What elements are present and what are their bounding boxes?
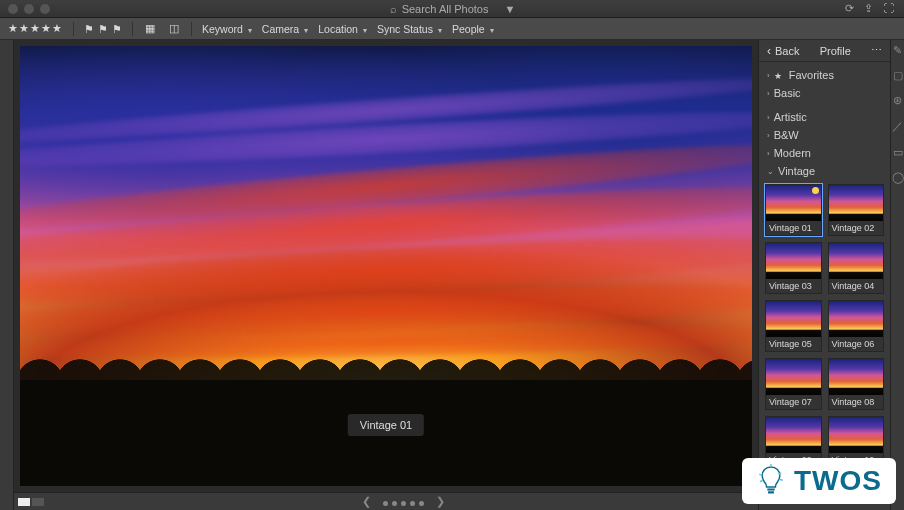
- preset-thumb[interactable]: Vintage 01: [765, 184, 822, 236]
- left-sidebar-collapsed[interactable]: [0, 40, 14, 510]
- filmstrip-dots: [381, 496, 426, 508]
- section-basic[interactable]: ›Basic: [765, 84, 884, 102]
- people-filter[interactable]: People: [452, 23, 494, 35]
- preset-label: Vintage 04: [829, 279, 884, 293]
- preset-thumb[interactable]: Vintage 06: [828, 300, 885, 352]
- preset-thumbnail-image: [766, 359, 821, 395]
- flag-reject-icon[interactable]: [112, 23, 122, 35]
- preset-thumbnail-image: [829, 417, 884, 453]
- preset-grid: Vintage 01Vintage 02Vintage 03Vintage 04…: [765, 184, 884, 468]
- heal-icon[interactable]: ⊛: [893, 94, 902, 107]
- section-modern[interactable]: ›Modern: [765, 144, 884, 162]
- view-compare-icon[interactable]: [167, 23, 181, 35]
- global-search[interactable]: Search All Photos: [380, 2, 499, 16]
- chevron-down-icon: [488, 23, 494, 35]
- image-viewer-column: Vintage 01 ❮ ❯: [14, 40, 758, 510]
- preset-label: Vintage 05: [766, 337, 821, 351]
- location-filter[interactable]: Location: [318, 23, 367, 35]
- crop-icon[interactable]: ▢: [893, 69, 903, 82]
- camera-filter[interactable]: Camera: [262, 23, 308, 35]
- current-preset-badge: Vintage 01: [348, 414, 424, 436]
- preset-thumb[interactable]: Vintage 08: [828, 358, 885, 410]
- flag-filter[interactable]: [84, 23, 122, 35]
- back-button[interactable]: Back: [767, 44, 799, 58]
- panel-body: ›Favorites ›Basic ›Artistic ›B&W ›Modern…: [759, 62, 890, 510]
- divider: [132, 22, 133, 36]
- flag-unflag-icon[interactable]: [98, 23, 108, 35]
- preset-label: Vintage 08: [829, 395, 884, 409]
- filmstrip-controls[interactable]: ❮ ❯: [48, 493, 758, 510]
- rating-filter[interactable]: ★★★★★: [8, 22, 63, 35]
- preset-thumbnail-image: [766, 243, 821, 279]
- chevron-down-icon: [436, 23, 442, 35]
- preset-label: Vintage 02: [829, 221, 884, 235]
- divider: [191, 22, 192, 36]
- preset-thumbnail-image: [766, 301, 821, 337]
- preset-thumbnail-image: [766, 417, 821, 453]
- next-icon[interactable]: ❯: [436, 495, 445, 508]
- preset-label: Vintage 07: [766, 395, 821, 409]
- chevron-down-icon: [302, 23, 308, 35]
- chevron-down-icon: [246, 23, 252, 35]
- preset-thumbnail-image: [829, 243, 884, 279]
- fullscreen-icon[interactable]: ⛶: [883, 2, 894, 15]
- preset-label: Vintage 06: [829, 337, 884, 351]
- window-controls[interactable]: [8, 4, 50, 14]
- preset-thumb[interactable]: Vintage 02: [828, 184, 885, 236]
- minimize-window-icon[interactable]: [24, 4, 34, 14]
- view-toggle[interactable]: [14, 493, 48, 510]
- preset-thumb[interactable]: Vintage 04: [828, 242, 885, 294]
- section-bw[interactable]: ›B&W: [765, 126, 884, 144]
- profile-panel: Back Profile ›Favorites ›Basic ›Artistic…: [758, 40, 890, 510]
- preset-label: Vintage 01: [766, 221, 821, 235]
- lightbulb-icon: [756, 464, 786, 498]
- star-icon: [774, 69, 785, 81]
- linear-gradient-icon[interactable]: ▭: [893, 146, 903, 159]
- panel-header: Back Profile: [759, 40, 890, 62]
- watermark-overlay: TWOS: [742, 458, 896, 504]
- filter-funnel-icon[interactable]: ▼: [504, 3, 515, 15]
- share-icon[interactable]: ⇪: [864, 2, 873, 15]
- chevron-down-icon: [361, 23, 367, 35]
- edit-sliders-icon[interactable]: ✎: [893, 44, 902, 57]
- preset-thumb[interactable]: Vintage 03: [765, 242, 822, 294]
- brush-icon[interactable]: ／: [892, 119, 903, 134]
- search-placeholder: Search All Photos: [402, 3, 489, 15]
- cloud-sync-icon[interactable]: ⟳: [845, 2, 854, 15]
- panel-menu-icon[interactable]: [871, 44, 882, 57]
- keyword-filter[interactable]: Keyword: [202, 23, 252, 35]
- preset-thumbnail-image: [829, 359, 884, 395]
- panel-title: Profile: [820, 45, 851, 57]
- search-icon: [390, 3, 397, 15]
- preset-thumb[interactable]: Vintage 05: [765, 300, 822, 352]
- radial-gradient-icon[interactable]: ◯: [892, 171, 904, 184]
- maximize-window-icon[interactable]: [40, 4, 50, 14]
- preset-thumb[interactable]: Vintage 07: [765, 358, 822, 410]
- filmstrip-bar: ❮ ❯: [14, 492, 758, 510]
- filter-toolbar: ★★★★★ Keyword Camera Location Sync Statu…: [0, 18, 904, 40]
- flag-pick-icon[interactable]: [84, 23, 94, 35]
- preset-thumbnail-image: [766, 185, 821, 221]
- preset-thumbnail-image: [829, 185, 884, 221]
- prev-icon[interactable]: ❮: [362, 495, 371, 508]
- section-favorites[interactable]: ›Favorites: [765, 66, 884, 84]
- preset-label: Vintage 03: [766, 279, 821, 293]
- section-artistic[interactable]: ›Artistic: [765, 108, 884, 126]
- window-title-bar: Search All Photos ▼ ⟳ ⇪ ⛶: [0, 0, 904, 18]
- sync-filter[interactable]: Sync Status: [377, 23, 442, 35]
- section-vintage[interactable]: ⌄Vintage: [765, 162, 884, 180]
- watermark-text: TWOS: [794, 465, 882, 497]
- image-viewport[interactable]: Vintage 01: [14, 40, 758, 492]
- view-grid-icon[interactable]: [143, 23, 157, 35]
- main-area: Vintage 01 ❮ ❯ Back Profile ›Favorites ›…: [0, 40, 904, 510]
- close-window-icon[interactable]: [8, 4, 18, 14]
- favorite-badge-icon: [812, 187, 819, 194]
- edit-tools-strip: ✎ ▢ ⊛ ／ ▭ ◯: [890, 40, 904, 510]
- preset-thumbnail-image: [829, 301, 884, 337]
- divider: [73, 22, 74, 36]
